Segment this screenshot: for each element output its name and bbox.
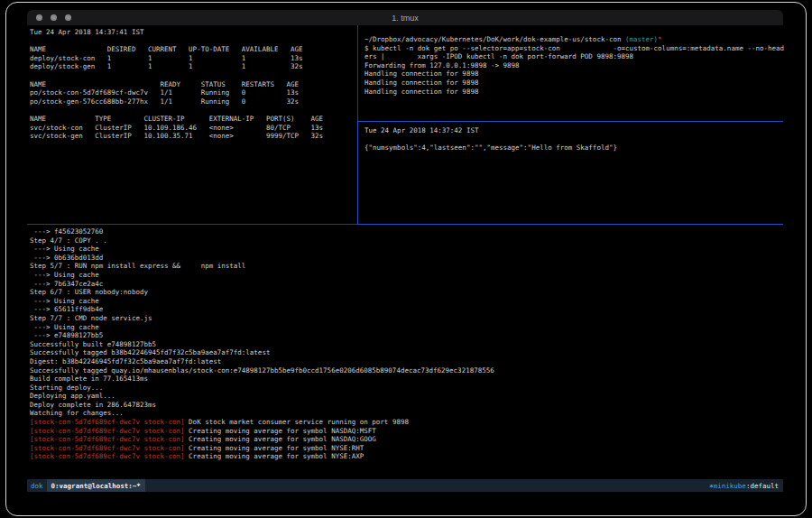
text-segment: svc/stock-con ClusterIP 10.109.186.46 <n… — [30, 124, 323, 132]
text-segment: NAME TYPE CLUSTER-IP EXTERNAL-IP PORT(S)… — [30, 115, 323, 123]
text-segment: po/stock-con-5d7df689cf-dwc7v 1/1 Runnin… — [30, 88, 299, 97]
text-segment: (master) — [625, 35, 658, 43]
text-segment: Handling connection for 9898 — [364, 79, 478, 87]
text-segment: * — [658, 35, 662, 43]
terminal-line: po/stock-con-5d7df689cf-dwc7v 1/1 Runnin… — [30, 88, 360, 97]
pane-skaffold-dev[interactable]: ---> f45623052760Step 4/7 : COPY . . ---… — [27, 225, 786, 467]
text-segment: DoK stock market consumer service runnin… — [185, 418, 409, 426]
text-segment: ---> 0b636bd013dd — [30, 254, 103, 262]
pane-divider-vertical-top[interactable] — [357, 25, 358, 121]
text-segment: Deploying app.yaml... — [30, 392, 115, 400]
text-segment: Build complete in 77.165413ms — [30, 375, 148, 383]
terminal-line: ---> 65611ff9db4e — [30, 305, 786, 314]
terminal-line: Tue 24 Apr 2018 14:37:41 IST — [30, 28, 360, 37]
session-name: dok — [27, 482, 47, 490]
terminal-line: NAME READY STATUS RESTARTS AGE — [30, 80, 360, 89]
terminal-line: Handling connection for 9898 — [364, 88, 784, 97]
terminal-line: svc/stock-con ClusterIP 10.109.186.46 <n… — [30, 124, 360, 133]
terminal-line: ---> e74898127bb5 — [30, 331, 786, 340]
terminal-line: Successfully tagged b38b42246945fd7f32c5… — [30, 348, 786, 357]
text-segment: Successfully built e74898127bb5 — [30, 340, 156, 348]
text-segment: $ kubectl -n dok get po --selector=app=s… — [364, 44, 784, 52]
terminal-line: Successfully tagged quay.io/mhausenblas/… — [30, 366, 786, 375]
text-segment: Creating moving average for symbol NASDA… — [185, 435, 376, 443]
text-segment: ---> Using cache — [30, 271, 99, 279]
text-segment: Successfully tagged b38b42246945fd7f32c5… — [30, 348, 270, 356]
pane-curl-output[interactable]: Tue 24 Apr 2018 14:37:42 IST{"numsymbols… — [362, 122, 784, 228]
terminal-line: NAME TYPE CLUSTER-IP EXTERNAL-IP PORT(S)… — [30, 115, 360, 124]
window-titlebar[interactable]: 1. tmux — [27, 10, 783, 25]
text-segment: Handling connection for 9898 — [364, 88, 478, 96]
kube-context: minikube — [714, 482, 746, 490]
text-segment: Deploy complete in 286.647823ms — [30, 401, 156, 409]
terminal-line: Handling connection for 9898 — [364, 69, 784, 79]
window-item-active[interactable]: 0:vagrant@localhost:~* — [47, 479, 145, 492]
terminal-line: {"numsymbols":4,"lastseen":"","message":… — [364, 143, 784, 153]
text-segment: [stock-con-5d7df689cf-dwc7v stock-con] — [30, 435, 185, 443]
text-segment: ---> 65611ff9db4e — [30, 305, 103, 313]
terminal-line — [30, 37, 360, 46]
status-right: ⎈ minikube :default — [709, 482, 783, 490]
terminal-line: [stock-con-5d7df689cf-dwc7v stock-con] C… — [30, 444, 786, 453]
terminal-line: ---> 7b6347ce2a4c — [30, 280, 786, 289]
text-segment: po/stock-gen-576cc688bb-277hx 1/1 Runnin… — [30, 97, 299, 106]
text-segment: Successfully tagged quay.io/mhausenblas/… — [30, 366, 494, 375]
terminal-line: Starting deploy... — [30, 384, 786, 393]
text-segment: ers | xargs -IPOD kubectl -n dok port-fo… — [364, 52, 633, 60]
text-segment: ---> e74898127bb5 — [30, 331, 103, 339]
text-segment: NAME READY STATUS RESTARTS AGE — [30, 80, 299, 88]
tmux-status-bar: dok 0:vagrant@localhost:~* ⎈ minikube :d… — [27, 479, 783, 492]
window-title: 1. tmux — [27, 14, 783, 23]
terminal-line: NAME DESIRED CURRENT UP-TO-DATE AVAILABL… — [30, 45, 360, 54]
terminal-line: ---> Using cache — [30, 245, 786, 254]
terminal-line: ers | xargs -IPOD kubectl -n dok port-fo… — [364, 52, 784, 61]
text-segment: NAME DESIRED CURRENT UP-TO-DATE AVAILABL… — [30, 45, 303, 53]
terminal-line: Watching for changes... — [30, 409, 786, 418]
terminal-line: svc/stock-gen ClusterIP 10.100.35.71 <no… — [30, 132, 360, 141]
terminal-line: Tue 24 Apr 2018 14:37:42 IST — [364, 126, 784, 135]
text-segment: Step 6/7 : USER nobody:nobody — [30, 288, 148, 296]
terminal-line: Build complete in 77.165413ms — [30, 375, 786, 384]
terminal-line: [stock-con-5d7df689cf-dwc7v stock-con] C… — [30, 452, 786, 461]
terminal-line: Deploying app.yaml... — [30, 392, 786, 401]
text-segment: Step 5/7 : RUN npm install express && np… — [30, 262, 245, 270]
terminal-line: Deploy complete in 286.647823ms — [30, 401, 786, 410]
terminal-line: ~/Dropbox/advocacy/Kubernetes/DoK/work/d… — [364, 35, 784, 44]
text-segment: [stock-con-5d7df689cf-dwc7v stock-con] — [30, 418, 185, 426]
text-segment: Handling connection for 9898 — [364, 69, 478, 78]
text-segment: ~/Dropbox/advocacy/Kubernetes/DoK/work/d… — [364, 35, 625, 43]
text-segment: [stock-con-5d7df689cf-dwc7v stock-con] — [30, 444, 185, 452]
terminal-line: [stock-con-5d7df689cf-dwc7v stock-con] C… — [30, 435, 786, 444]
text-segment: ---> f45623052760 — [30, 227, 103, 236]
terminal-window: 1. tmux Tue 24 Apr 2018 14:37:41 ISTNAME… — [27, 10, 783, 476]
terminal-line: [stock-con-5d7df689cf-dwc7v stock-con] C… — [30, 427, 786, 436]
text-segment: [stock-con-5d7df689cf-dwc7v stock-con] — [30, 452, 185, 460]
text-segment: ---> Using cache — [30, 245, 99, 253]
terminal-line: Digest: b38b42246945fd7f32c5ba9aea7af7fd… — [30, 357, 786, 366]
terminal-line: Step 6/7 : USER nobody:nobody — [30, 288, 786, 297]
text-segment: Tue 24 Apr 2018 14:37:41 IST — [30, 28, 143, 36]
text-segment: Starting deploy... — [30, 384, 103, 392]
pane-divider-vertical-active[interactable] — [357, 121, 358, 225]
text-segment: Watching for changes... — [30, 409, 124, 417]
terminal-line: ---> f45623052760 — [30, 227, 786, 236]
terminal-line: Handling connection for 9898 — [364, 79, 784, 88]
pane-port-forward[interactable]: ~/Dropbox/advocacy/Kubernetes/DoK/work/d… — [362, 25, 784, 131]
text-segment: svc/stock-gen ClusterIP 10.100.35.71 <no… — [30, 132, 323, 140]
terminal-line: ---> Using cache — [30, 297, 786, 306]
text-segment: deploy/stock-con 1 1 1 1 13s — [30, 54, 303, 62]
terminal-line: Successfully built e74898127bb5 — [30, 340, 786, 349]
tmux-session: Tue 24 Apr 2018 14:37:41 ISTNAME DESIRED… — [27, 25, 783, 464]
text-segment: Digest: b38b42246945fd7f32c5ba9aea7af7fd… — [30, 357, 221, 365]
kube-namespace: :default — [746, 482, 779, 490]
terminal-line: [stock-con-5d7df689cf-dwc7v stock-con] D… — [30, 418, 786, 427]
terminal-line: $ kubectl -n dok get po --selector=app=s… — [364, 44, 784, 53]
terminal-line: Step 5/7 : RUN npm install express && np… — [30, 262, 786, 271]
terminal-line — [30, 71, 360, 80]
terminal-line: deploy/stock-gen 1 1 1 1 32s — [30, 62, 360, 71]
text-segment: ---> Using cache — [30, 323, 99, 331]
terminal-line: Forwarding from 127.0.0.1:9898 -> 9898 — [364, 61, 784, 70]
terminal-line — [30, 106, 360, 115]
text-segment: Tue 24 Apr 2018 14:37:42 IST — [364, 126, 478, 134]
pane-kubectl-watch[interactable]: Tue 24 Apr 2018 14:37:41 ISTNAME DESIRED… — [27, 25, 360, 227]
